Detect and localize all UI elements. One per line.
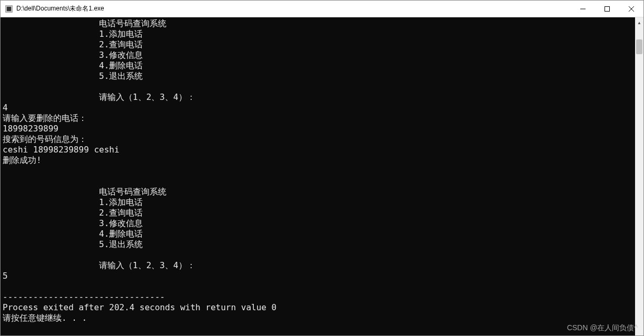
- scroll-up-arrow[interactable]: ▲: [636, 18, 643, 27]
- titlebar[interactable]: D:\dell\Documents\未命名1.exe: [1, 1, 643, 17]
- titlebar-left: D:\dell\Documents\未命名1.exe: [5, 4, 104, 13]
- content-area: 电话号码查询系统 1.添加电话 2.查询电话 3.修改信息 4.删除电话 5.退…: [1, 17, 643, 335]
- minimize-button[interactable]: [571, 1, 595, 17]
- vertical-scrollbar[interactable]: ▲: [635, 17, 643, 335]
- console-output[interactable]: 电话号码查询系统 1.添加电话 2.查询电话 3.修改信息 4.删除电话 5.退…: [1, 17, 635, 335]
- maximize-button[interactable]: [595, 1, 619, 17]
- window-controls: [571, 1, 643, 17]
- svg-rect-3: [605, 6, 610, 11]
- window-title: D:\dell\Documents\未命名1.exe: [16, 4, 104, 13]
- close-button[interactable]: [619, 1, 643, 17]
- scroll-thumb[interactable]: [636, 39, 642, 54]
- app-icon: [5, 5, 13, 13]
- app-window: D:\dell\Documents\未命名1.exe 电话号码查询系统 1.添加…: [0, 0, 644, 336]
- svg-rect-1: [7, 6, 12, 11]
